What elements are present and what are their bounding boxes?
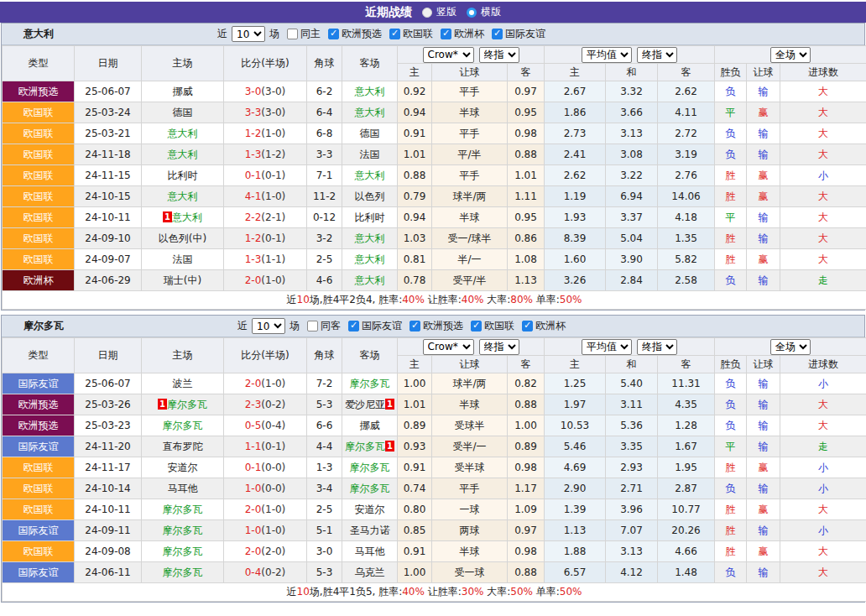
- col-score: 比分(半场): [224, 338, 307, 373]
- half-time-score: (0-0): [261, 462, 285, 473]
- radio-vertical-layout[interactable]: 竖版: [422, 5, 456, 19]
- competition-checkbox-2[interactable]: [441, 29, 451, 39]
- home-team: 瑞士(中): [142, 270, 224, 291]
- result-flag: 负: [715, 373, 747, 394]
- col-corner: 角球: [307, 338, 342, 373]
- home-team: 马耳他: [142, 478, 224, 499]
- handicap-flag: 输: [747, 436, 780, 457]
- goals-flag: 小: [780, 165, 866, 186]
- odds-time-select[interactable]: 终指: [479, 339, 519, 355]
- competition-checkbox-1[interactable]: [389, 29, 400, 39]
- scope-select[interactable]: 全场: [770, 339, 811, 355]
- full-time-score: 2-0: [245, 546, 262, 557]
- team-label: 摩尔多瓦: [167, 399, 207, 410]
- odds-source-select[interactable]: Crow*: [423, 47, 474, 63]
- handicap-flag: 输: [747, 207, 780, 228]
- corner-count: 5-1: [307, 520, 342, 541]
- avg-home: 8.39: [545, 228, 606, 249]
- team-label: 摩尔多瓦: [163, 546, 203, 557]
- half-time-score: (0-0): [261, 483, 285, 494]
- odds-home: 0.93: [398, 436, 432, 457]
- match-date: 24-10-11: [75, 499, 142, 520]
- average-source-select[interactable]: 平均值: [582, 47, 632, 63]
- odds-handicap: 受半/一: [432, 436, 508, 457]
- away-team: 爱沙尼亚1: [342, 394, 398, 415]
- match-type-badge: 欧国联: [3, 228, 75, 249]
- odds-away: 0.98: [508, 123, 545, 144]
- radio-unchecked-icon[interactable]: [422, 8, 432, 18]
- col-type: 类型: [3, 338, 75, 373]
- same-away-checkbox[interactable]: [307, 321, 318, 331]
- team-label: 安道尔: [355, 504, 385, 515]
- match-type-badge: 国际友谊: [3, 562, 75, 583]
- match-row: 欧洲预选25-06-07挪威3-0(3-0)6-2意大利0.92平手0.972.…: [3, 81, 866, 102]
- odds-source-select[interactable]: Crow*: [423, 339, 474, 355]
- col-goals: 进球数: [780, 64, 866, 81]
- home-team: 摩尔多瓦: [142, 520, 224, 541]
- match-date: 24-11-20: [75, 436, 142, 457]
- competition-checkbox-1[interactable]: [410, 321, 420, 331]
- team-label: 法国: [173, 253, 193, 265]
- odds-home: 0.92: [398, 81, 432, 102]
- corner-count: 3-4: [307, 478, 342, 499]
- recent-count-select[interactable]: 10: [252, 318, 285, 334]
- average-source-select[interactable]: 平均值: [582, 339, 632, 355]
- average-time-select[interactable]: 终指: [637, 47, 677, 63]
- home-team: 1意大利: [142, 207, 224, 228]
- competition-checkbox-2[interactable]: [471, 321, 482, 331]
- matches-label: 场: [269, 27, 279, 41]
- match-type-badge: 欧国联: [3, 457, 75, 478]
- result-flag: 胜: [715, 165, 747, 186]
- odds-handicap: 两球: [432, 520, 508, 541]
- goals-flag: 大: [780, 102, 866, 123]
- competition-checkbox-0[interactable]: [348, 321, 359, 331]
- competition-checkbox-3[interactable]: [492, 29, 503, 39]
- radio-checked-icon[interactable]: [467, 8, 477, 18]
- half-time-score: (1-0): [261, 525, 285, 536]
- home-team: 挪威: [142, 81, 224, 102]
- result-flag: 胜: [715, 249, 747, 270]
- col-avg-home: 主: [545, 64, 606, 81]
- radio-horizontal-label: 横版: [481, 5, 501, 19]
- average-time-select[interactable]: 终指: [637, 339, 677, 355]
- home-team: 比利时: [142, 165, 224, 186]
- odds-home: 0.91: [398, 123, 432, 144]
- avg-away: 1.35: [658, 228, 715, 249]
- avg-away: 4.35: [658, 394, 715, 415]
- avg-home: 10.53: [545, 415, 606, 436]
- corner-count: 0-12: [307, 207, 342, 228]
- team-label: 马耳他: [355, 546, 385, 557]
- avg-away: 5.82: [658, 249, 715, 270]
- col-avg-away: 客: [658, 356, 715, 373]
- corner-count: 4-6: [307, 270, 342, 291]
- avg-draw: 3.35: [606, 436, 658, 457]
- match-date: 24-09-07: [75, 249, 142, 270]
- same-home-checkbox[interactable]: [287, 29, 298, 39]
- odds-handicap: 半/一: [432, 249, 508, 270]
- summary-segment: 80%: [510, 294, 533, 305]
- col-type: 类型: [3, 46, 75, 81]
- home-team: 直布罗陀: [142, 436, 224, 457]
- competition-label-0: 国际友谊: [362, 319, 402, 333]
- avg-home: 2.41: [545, 144, 606, 165]
- odds-time-select[interactable]: 终指: [479, 47, 519, 63]
- radio-horizontal-layout[interactable]: 横版: [467, 5, 501, 19]
- col-date: 日期: [75, 46, 142, 81]
- scope-select[interactable]: 全场: [770, 47, 811, 63]
- recent-count-select[interactable]: 10: [232, 26, 265, 42]
- competition-checkbox-0[interactable]: [328, 29, 339, 39]
- team-label: 意大利: [168, 191, 198, 202]
- competition-label-3: 欧洲杯: [535, 319, 566, 333]
- half-time-score: (0-2): [261, 566, 285, 578]
- odds-away: 0.95: [508, 207, 545, 228]
- match-row: 国际友谊24-09-11摩尔多瓦1-0(1-0)5-1圣马力诺0.85两球0.9…: [3, 520, 866, 541]
- avg-home: 2.67: [545, 81, 606, 102]
- avg-home: 2.73: [545, 123, 606, 144]
- avg-away: 4.66: [658, 541, 715, 562]
- col-odds-away: 客: [508, 356, 545, 373]
- competition-checkbox-3[interactable]: [522, 321, 533, 331]
- odds-home: 1.03: [398, 228, 432, 249]
- half-time-score: (1-0): [261, 504, 285, 515]
- odds-handicap: 半球: [432, 102, 508, 123]
- avg-home: 5.46: [545, 436, 606, 457]
